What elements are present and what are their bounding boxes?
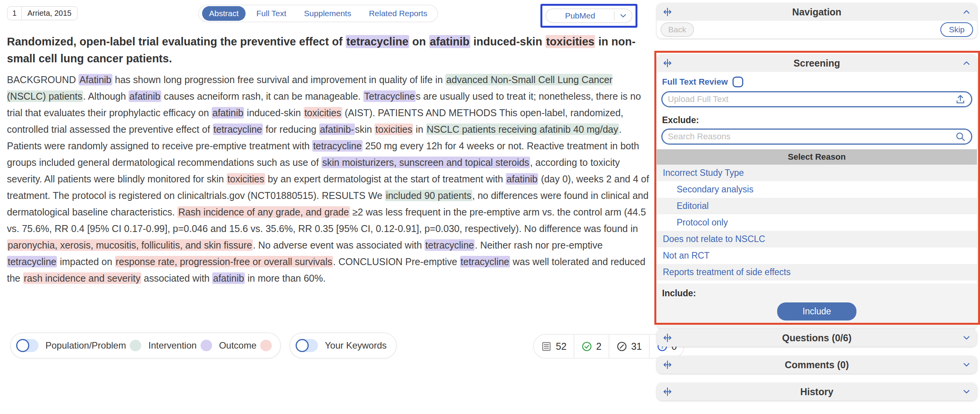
screening-header[interactable]: Screening [657, 54, 977, 72]
history-section: History [657, 383, 977, 401]
highlight-intervention: tetracycline [312, 140, 362, 152]
text-segment: induced-skin [470, 35, 545, 48]
highlight-intervention: tetracycline [460, 256, 510, 267]
exclude-reason-protocol-only[interactable]: Protocol only [657, 214, 977, 231]
legend-label: Outcome [219, 340, 256, 351]
exclude-circle-icon [616, 341, 627, 352]
chevron-up-icon[interactable] [962, 7, 972, 17]
comments-header[interactable]: Comments (0) [657, 356, 977, 374]
navigation-header[interactable]: Navigation [657, 3, 977, 21]
color-swatch [130, 340, 141, 351]
text-segment: causes acneiform rash, it can be managea… [161, 91, 363, 102]
highlight-intervention: afatinib [429, 35, 470, 48]
color-swatch [260, 340, 272, 351]
your-keywords-legend: Your Keywords [289, 332, 397, 359]
highlight-population: included 90 patients [385, 190, 472, 201]
text-segment: has shown long progression free survival… [112, 74, 446, 85]
chevron-down-icon[interactable] [614, 11, 632, 20]
search-reasons-field[interactable] [661, 129, 972, 145]
highlight-outcome: rash incidence and severity [23, 272, 141, 284]
chevron-down-icon[interactable] [962, 333, 972, 343]
text-segment: in more than 60%. [245, 273, 326, 284]
full-text-review-label: Full Text Review [662, 77, 728, 87]
study-pill: 1 Arrieta, 2015 [7, 6, 78, 20]
exclude-reason-list: Incorrect Study TypeSecondary analysisEd… [657, 165, 977, 280]
highlight-intervention: tetracycline [213, 124, 263, 135]
text-segment: induced-skin [244, 107, 303, 118]
color-swatch [201, 340, 212, 351]
navigation-buttons: Back Skip [657, 21, 977, 38]
text-segment: by an expert dermatologist at the start … [265, 174, 506, 184]
upload-full-text-input[interactable] [668, 94, 955, 104]
resize-handle-icon[interactable] [662, 332, 673, 343]
exclude-reason-secondary-analysis[interactable]: Secondary analysis [657, 181, 977, 198]
text-segment: impacted on [57, 256, 115, 267]
highlight-intervention: Afatinib [79, 74, 112, 85]
exclude-reason-incorrect-study-type[interactable]: Incorrect Study Type [657, 165, 977, 181]
back-button[interactable]: Back [661, 22, 694, 37]
legend-label: Population/Problem [45, 340, 126, 351]
upload-full-text-field[interactable] [661, 91, 972, 107]
chevron-down-icon[interactable] [962, 387, 972, 397]
select-reason-header: Select Reason [657, 149, 977, 165]
highlight-intervention: afatinib [212, 107, 244, 119]
keyword-highlight-toggle[interactable] [16, 339, 38, 352]
highlight-outcome: toxicities [304, 107, 342, 119]
source-select[interactable]: PubMed [545, 8, 632, 23]
full-text-review-checkbox[interactable] [732, 77, 743, 87]
highlight-outcome: toxicities [375, 124, 413, 135]
text-segment: . No adverse event was associated with [253, 240, 425, 250]
resize-handle-icon[interactable] [662, 7, 673, 17]
navigation-section: Navigation Back Skip [657, 3, 977, 38]
chevron-up-icon[interactable] [962, 58, 972, 68]
exclude-reason-reports-treatment-of-side-effects[interactable]: Reports treatment of side effects [657, 264, 977, 280]
text-segment: . Although [83, 91, 129, 102]
highlight-intervention: afatinib [212, 272, 245, 284]
tab-full-text[interactable]: Full Text [249, 6, 293, 21]
skip-button[interactable]: Skip [940, 22, 973, 37]
exclude-reason-editorial[interactable]: Editorial [657, 198, 977, 214]
chevron-down-icon[interactable] [962, 360, 972, 370]
study-label: Arrieta, 2015 [22, 7, 77, 20]
document-icon [541, 341, 552, 352]
stat-document: 52 [534, 335, 574, 358]
highlight-outcome: toxicities [545, 35, 595, 48]
search-reasons-input[interactable] [668, 132, 955, 142]
source-select-focus-outline: PubMed [540, 4, 637, 28]
text-segment: BACKGROUND [7, 74, 79, 85]
stat-exclude-circle: 31 [609, 335, 649, 358]
questions-section: Questions (0/6) [657, 329, 977, 347]
tab-related-reports[interactable]: Related Reports [362, 6, 434, 21]
resize-handle-icon[interactable] [662, 359, 673, 370]
highlight-population: NSCLC patients receiving afatinib 40 mg/… [426, 124, 619, 135]
study-number: 1 [8, 7, 22, 20]
check-circle-icon [581, 341, 592, 352]
highlight-outcome: Rash incidence of any grade, and grade [177, 206, 350, 218]
resize-handle-icon[interactable] [662, 58, 673, 68]
highlight-intervention: Tetracycline [363, 90, 416, 102]
exclude-reason-does-not-relate-to-nsclc[interactable]: Does not relate to NSCLC [657, 231, 977, 247]
questions-header[interactable]: Questions (0/6) [657, 329, 977, 347]
toggle-knob [16, 339, 29, 352]
search-icon[interactable] [955, 131, 966, 142]
text-segment: . CONCLUSION Pre-emptive [333, 256, 460, 267]
section-title: Navigation [657, 7, 977, 18]
comments-section: Comments (0) [657, 356, 977, 374]
include-label: Include: [657, 285, 977, 299]
resize-handle-icon[interactable] [662, 386, 673, 397]
your-keywords-label: Your Keywords [325, 340, 387, 351]
text-segment: for reducing [263, 124, 319, 135]
include-button[interactable]: Include [777, 302, 856, 321]
your-keywords-toggle[interactable] [296, 339, 318, 352]
section-title: Questions (0/6) [657, 332, 977, 344]
exclude-reason-not-an-rct[interactable]: Not an RCT [657, 247, 977, 264]
history-header[interactable]: History [657, 383, 977, 401]
stat-check-circle: 2 [574, 335, 609, 358]
exclude-label: Exclude: [657, 112, 977, 126]
highlight-intervention: afatinib [506, 173, 538, 185]
legend-population-problem: Population/Problem [45, 340, 141, 351]
tab-supplements[interactable]: Supplements [297, 6, 358, 21]
keyword-legend: Population/ProblemInterventionOutcome [10, 332, 281, 359]
tab-abstract[interactable]: Abstract [202, 6, 246, 21]
upload-icon[interactable] [955, 94, 966, 105]
